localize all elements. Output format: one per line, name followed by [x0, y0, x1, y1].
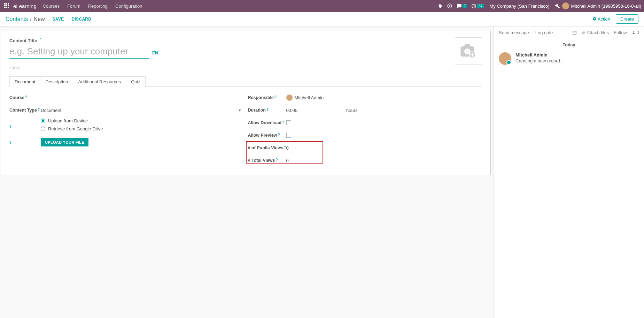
- nav-configuration[interactable]: Configuration: [115, 3, 142, 9]
- allow-download-checkbox[interactable]: [286, 120, 291, 125]
- message-text: Creating a new record...: [515, 58, 564, 63]
- action-dropdown[interactable]: Action: [592, 16, 610, 22]
- activities-badge: 37: [477, 4, 484, 8]
- date-separator: Today: [494, 39, 644, 51]
- content-title-input[interactable]: [9, 45, 149, 59]
- svg-rect-6: [573, 31, 576, 35]
- breadcrumb-separator: /: [30, 16, 31, 22]
- app-brand: eLearning: [13, 3, 37, 9]
- top-navbar: eLearning Courses Forum Reporting Config…: [0, 0, 644, 12]
- support-icon[interactable]: [447, 3, 452, 9]
- log-note-button[interactable]: Log note: [535, 30, 553, 35]
- company-selector[interactable]: My Company (San Francisco): [489, 3, 549, 9]
- form-sheet: Content Title ? EN: [1, 31, 491, 175]
- follow-button[interactable]: Follow: [614, 30, 627, 35]
- nav-forum[interactable]: Forum: [67, 3, 80, 9]
- control-bar: Contents / New SAVE DISCARD Action Creat…: [0, 12, 644, 26]
- tags-input[interactable]: [9, 65, 114, 70]
- help-icon[interactable]: ?: [276, 158, 278, 162]
- messages-icon[interactable]: 7: [457, 3, 467, 9]
- help-icon[interactable]: ?: [38, 108, 40, 112]
- upload-file-button[interactable]: UPLOAD YOUR FILE: [41, 138, 88, 146]
- attach-files-button[interactable]: Attach files: [582, 30, 609, 35]
- duration-field[interactable]: 00:00 hours: [286, 108, 482, 113]
- allow-download-label: Allow Download: [248, 120, 282, 125]
- breadcrumb-current: New: [34, 16, 45, 22]
- tab-quiz[interactable]: Quiz: [126, 76, 146, 87]
- save-button[interactable]: SAVE: [53, 17, 64, 22]
- tabs: Document Description Additional Resource…: [9, 76, 482, 87]
- course-label: Course: [9, 95, 24, 100]
- responsible-field[interactable]: Mitchell Admin: [286, 94, 482, 101]
- nav-courses[interactable]: Courses: [43, 3, 60, 9]
- tab-description[interactable]: Description: [40, 76, 73, 87]
- debug-icon[interactable]: [438, 3, 443, 8]
- chatter-panel: Send message Log note Attach files Follo…: [494, 26, 644, 318]
- gear-icon: [592, 16, 597, 22]
- schedule-activity-icon[interactable]: [572, 30, 577, 35]
- followers-count[interactable]: 0: [632, 30, 639, 35]
- help-icon[interactable]: ?: [9, 124, 11, 128]
- user-avatar[interactable]: [562, 2, 569, 9]
- apps-menu-icon[interactable]: [4, 3, 10, 9]
- activities-icon[interactable]: 37: [471, 3, 484, 9]
- help-icon[interactable]: ?: [25, 95, 27, 99]
- svg-rect-3: [465, 44, 470, 48]
- chatter-message: Mitchell Admin Creating a new record...: [494, 51, 644, 66]
- user-menu[interactable]: Mitchell Admin (19905958-16-0-all): [571, 3, 641, 9]
- help-icon[interactable]: ?: [9, 141, 11, 144]
- discard-button[interactable]: DISCARD: [72, 17, 92, 22]
- allow-preview-label: Allow Preview: [248, 133, 277, 138]
- caret-down-icon: ▼: [238, 108, 242, 112]
- help-icon[interactable]: ?: [274, 95, 277, 99]
- messages-badge: 7: [463, 4, 467, 8]
- help-icon[interactable]: ?: [39, 37, 41, 41]
- help-icon[interactable]: ?: [266, 108, 269, 112]
- breadcrumb-root[interactable]: Contents: [6, 16, 28, 22]
- help-icon[interactable]: ?: [278, 133, 280, 137]
- content-type-label: Content Type: [9, 108, 37, 113]
- radio-upload-device[interactable]: Upload from Device: [41, 118, 88, 123]
- language-badge[interactable]: EN: [152, 51, 158, 55]
- create-button[interactable]: Create: [616, 14, 638, 24]
- total-views-value: 0: [286, 158, 289, 163]
- help-icon[interactable]: ?: [282, 120, 284, 124]
- content-title-label: Content Title: [9, 38, 37, 43]
- content-type-select[interactable]: Document ▼: [41, 108, 244, 113]
- public-views-value: 0: [286, 145, 289, 151]
- message-author: Mitchell Admin: [515, 52, 564, 58]
- public-views-label: # of Public Views: [248, 145, 284, 150]
- tools-icon[interactable]: [555, 3, 560, 9]
- nav-reporting[interactable]: Reporting: [88, 3, 108, 9]
- radio-google-drive[interactable]: Retrieve from Google Drive: [41, 126, 103, 131]
- allow-preview-checkbox[interactable]: [286, 133, 291, 138]
- responsible-label: Responsible: [248, 95, 274, 100]
- duration-label: Duration: [248, 108, 266, 113]
- avatar: [286, 94, 293, 101]
- tab-document[interactable]: Document: [9, 76, 40, 87]
- message-avatar: [499, 52, 511, 65]
- total-views-label: # Total Views: [248, 158, 275, 163]
- image-upload-widget[interactable]: [455, 37, 482, 65]
- send-message-button[interactable]: Send message: [499, 30, 529, 35]
- tab-additional-resources[interactable]: Additional Resources: [73, 76, 126, 87]
